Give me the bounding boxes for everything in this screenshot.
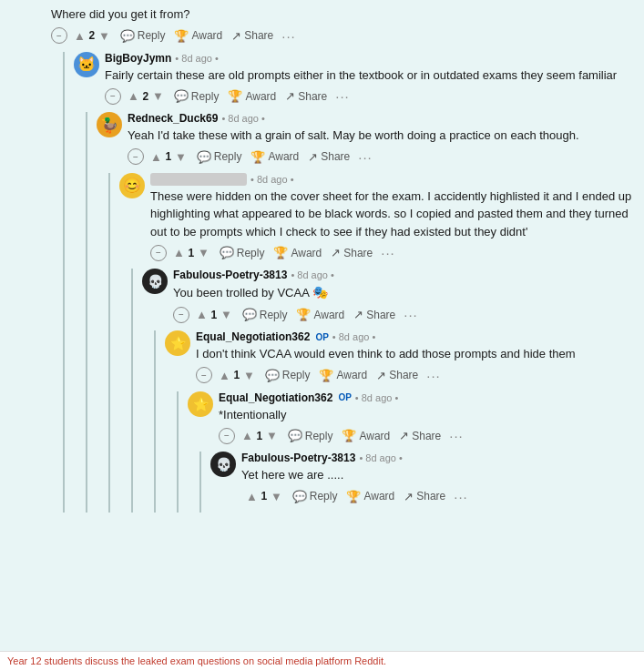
share-btn-top[interactable]: ↗ Share [228, 27, 277, 45]
award-btn-duck[interactable]: 🏆 Award [247, 148, 302, 166]
award-btn-neg1[interactable]: 🏆 Award [315, 367, 371, 384]
comment-block-neg1: ⭐ Equal_Negotiation362 OP [165, 330, 644, 513]
share-icon-duck: ↗ [308, 150, 318, 164]
reply-btn-bigboy[interactable]: 💬 Reply [170, 87, 223, 105]
more-btn-neg2[interactable]: ··· [446, 428, 466, 443]
reply-icon-neg2: 💬 [288, 429, 302, 442]
indent-2-wrap: 🦆 Redneck_Duck69 • 8d ago • Yeah I'd tak… [74, 112, 644, 513]
reply-icon-poetry2: 💬 [292, 490, 307, 503]
more-btn-poetry2[interactable]: ··· [451, 489, 471, 504]
share-btn-neg1[interactable]: ↗ Share [373, 367, 422, 384]
share-icon-neg2: ↗ [399, 429, 409, 442]
collapse-btn-blurred[interactable]: − [150, 245, 167, 261]
v-line-4 [131, 269, 133, 513]
award-btn-poetry2[interactable]: 🏆 Award [342, 488, 398, 505]
share-btn-poetry2[interactable]: ↗ Share [400, 488, 449, 505]
downvote-neg1[interactable]: ▼ [242, 369, 256, 382]
award-btn-blurred[interactable]: 🏆 Award [270, 244, 325, 261]
reply-btn-poetry1[interactable]: 💬 Reply [239, 306, 291, 323]
indent-1-content: 🐱 BigBoyJymn • 8d ago • Fairly certain t… [74, 52, 644, 513]
action-bar-neg1: − ▲ 1 ▼ [196, 367, 644, 384]
award-btn-top[interactable]: 🏆 Award [170, 27, 226, 45]
comment-content-poetry1: Fabulous-Poetry-3813 • 8d ago • You been… [173, 269, 644, 330]
collapse-btn-bigboy[interactable]: − [105, 88, 121, 105]
reply-icon-blurred: 💬 [220, 246, 234, 259]
upvote-neg2[interactable]: ▲ [240, 429, 254, 442]
comment-content-poetry2: Fabulous-Poetry-3813 • 8d ago • Yet here… [241, 452, 644, 513]
avatar-bigboy: 🐱 [74, 52, 99, 77]
vote-count-bigboy: 2 [142, 90, 149, 103]
username-poetry1: Fabulous-Poetry-3813 [173, 269, 287, 281]
vote-group-duck: ▲ 1 ▼ [149, 150, 188, 164]
comment-header-blurred: ████████████ • 8d ago • [150, 173, 644, 186]
downvote-poetry2[interactable]: ▼ [270, 490, 283, 503]
indent-4-content: 💀 Fabulous-Poetry-3813 • 8d ago • [142, 269, 644, 513]
share-btn-bigboy[interactable]: ↗ Share [281, 87, 331, 105]
comment-header-poetry1: Fabulous-Poetry-3813 • 8d ago • [173, 269, 644, 281]
reply-btn-neg1[interactable]: 💬 Reply [261, 367, 314, 384]
upvote-neg1[interactable]: ▲ [218, 369, 231, 382]
collapse-btn-neg2[interactable]: − [219, 428, 235, 444]
upvote-top[interactable]: ▲ [73, 29, 87, 43]
comment-text-bigboy: Fairly certain these are old prompts eit… [105, 66, 644, 85]
reply-btn-neg2[interactable]: 💬 Reply [284, 427, 337, 444]
comment-block-blurred: 😊 ████████████ • 8d ago • These were h [119, 173, 644, 513]
downvote-duck[interactable]: ▼ [174, 150, 188, 164]
reply-btn-duck[interactable]: 💬 Reply [193, 148, 246, 166]
indent-5-wrap: ⭐ Equal_Negotiation362 OP [142, 330, 644, 513]
downvote-bigboy[interactable]: ▼ [151, 89, 165, 103]
more-btn-bigboy[interactable]: ··· [332, 88, 353, 104]
upvote-poetry2[interactable]: ▲ [245, 490, 259, 503]
more-btn-neg1[interactable]: ··· [424, 368, 444, 383]
comment-text-poetry2: Yet here we are ..... [241, 466, 644, 484]
award-icon-duck: 🏆 [250, 150, 265, 164]
vote-group-top: ▲ 2 ▼ [73, 29, 111, 43]
collapse-btn-poetry1[interactable]: − [173, 307, 189, 323]
username-poetry2: Fabulous-Poetry-3813 [241, 452, 355, 464]
more-btn-blurred[interactable]: ··· [378, 245, 398, 260]
reply-btn-top[interactable]: 💬 Reply [117, 27, 169, 45]
award-btn-neg2[interactable]: 🏆 Award [338, 427, 394, 444]
upvote-poetry1[interactable]: ▲ [195, 308, 209, 321]
collapse-btn-top[interactable]: − [51, 27, 67, 44]
comment-header-poetry2: Fabulous-Poetry-3813 • 8d ago • [241, 452, 644, 464]
downvote-poetry1[interactable]: ▼ [220, 308, 233, 321]
upvote-blurred[interactable]: ▲ [172, 246, 186, 259]
comment-text-neg1: I don't think VCAA would even think to a… [196, 345, 644, 363]
comment-text-blurred: These were hidden on the cover sheet for… [150, 188, 644, 241]
comment-header-neg1: Equal_Negotiation362 OP • 8d ago • [196, 330, 644, 343]
share-btn-duck[interactable]: ↗ Share [304, 148, 353, 166]
timestamp-poetry1: • 8d ago • [291, 269, 334, 280]
comment-block-poetry1: 💀 Fabulous-Poetry-3813 • 8d ago • [142, 269, 644, 513]
collapse-btn-duck[interactable]: − [128, 148, 144, 165]
collapse-btn-neg1[interactable]: − [196, 367, 212, 383]
more-btn-duck[interactable]: ··· [355, 149, 375, 165]
share-btn-poetry1[interactable]: ↗ Share [350, 306, 399, 323]
timestamp-duck: • 8d ago • [221, 113, 265, 124]
upvote-bigboy[interactable]: ▲ [127, 89, 140, 103]
award-icon-top: 🏆 [174, 29, 189, 43]
timestamp-blurred: • 8d ago • [250, 174, 294, 185]
share-btn-blurred[interactable]: ↗ Share [327, 244, 376, 261]
reply-btn-poetry2[interactable]: 💬 Reply [289, 488, 342, 505]
more-btn-top[interactable]: ··· [279, 28, 299, 44]
award-icon-blurred: 🏆 [273, 246, 288, 259]
indent-3-content: 😊 ████████████ • 8d ago • These were h [119, 173, 644, 513]
more-btn-poetry1[interactable]: ··· [401, 307, 421, 322]
username-neg1: Equal_Negotiation362 [196, 330, 310, 343]
award-btn-bigboy[interactable]: 🏆 Award [224, 87, 280, 105]
comment-text-poetry1: You been trolled by VCAA 🎭 [173, 283, 644, 302]
comment-block-top: Where did you get it from? − ▲ 2 ▼ 💬 Rep… [5, 5, 644, 513]
comment-header-duck: Redneck_Duck69 • 8d ago • [128, 112, 644, 125]
reply-btn-blurred[interactable]: 💬 Reply [216, 244, 269, 261]
downvote-top[interactable]: ▼ [97, 29, 111, 43]
downvote-neg2[interactable]: ▼ [265, 429, 279, 442]
upvote-duck[interactable]: ▲ [149, 150, 163, 164]
share-icon-poetry2: ↗ [404, 490, 414, 503]
avatar-duck: 🦆 [97, 112, 122, 137]
comment-block-duck: 🦆 Redneck_Duck69 • 8d ago • Yeah I'd tak… [97, 112, 644, 513]
downvote-blurred[interactable]: ▼ [197, 246, 210, 259]
indent-2-content: 🦆 Redneck_Duck69 • 8d ago • Yeah I'd tak… [97, 112, 644, 513]
award-btn-poetry1[interactable]: 🏆 Award [292, 306, 348, 323]
share-btn-neg2[interactable]: ↗ Share [395, 427, 445, 444]
